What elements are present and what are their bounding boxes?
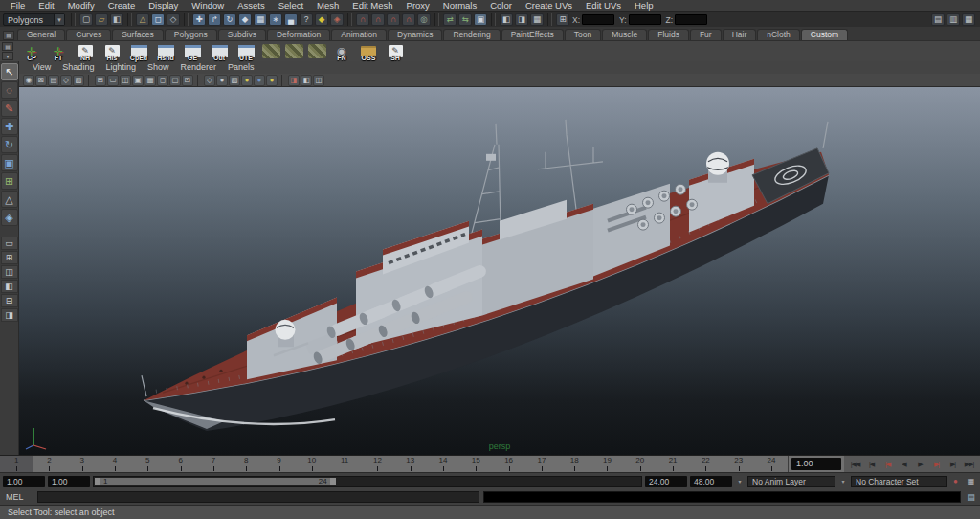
shelf-menu-button[interactable]: ▾ [2,52,13,60]
shelf-tab[interactable]: Subdivs [218,29,266,40]
menu-edit-uvs[interactable]: Edit UVs [579,0,628,11]
shelf-tab-switch-button[interactable]: ▤ [2,42,13,51]
field-chart-icon[interactable]: ▦ [145,75,156,86]
shelf-tab[interactable]: Fluids [648,29,689,40]
time-slider-frame[interactable]: 17 [525,456,558,472]
playback-end-field[interactable]: 24.00 [645,476,687,487]
select-camera-icon[interactable]: ◉ [23,75,34,86]
move-tool-button[interactable]: ✚ [1,118,18,135]
safe-title-icon[interactable]: ▢ [169,75,181,86]
time-slider-frame[interactable]: 9 [262,456,295,472]
new-scene-button[interactable]: ▢ [79,13,93,26]
scale-tool-button[interactable]: ▣ [1,154,18,171]
anim-layer-field[interactable]: No Anim Layer [747,476,835,487]
shelf-button-fn[interactable]: ◉ FN [329,42,354,61]
snap-to-planes-button[interactable]: ∩ [402,13,415,26]
menu-help[interactable]: Help [628,0,660,11]
playback-start-field[interactable]: 1.00 [3,476,45,487]
panel-menu-shading[interactable]: Shading [56,61,100,74]
select-hierarchy-button[interactable]: △ [136,13,149,26]
y-input[interactable] [629,14,661,25]
select-object-button[interactable]: ◻ [151,13,165,26]
time-slider-frame[interactable]: 16 [492,456,524,472]
highlight-selection-button[interactable]: ◈ [330,13,344,26]
smooth-shade-icon[interactable]: ● [216,75,228,86]
time-slider-frame[interactable]: 13 [394,456,427,472]
range-end-handle[interactable] [330,478,336,485]
shelf-button-oss[interactable]: OSS [356,42,381,61]
shelf-tab[interactable]: nCloth [757,29,800,40]
time-slider-frame[interactable]: 22 [689,456,722,472]
command-line-label[interactable]: MEL [3,492,33,502]
animation-preferences-button[interactable]: ▦ [965,476,977,487]
toggle-channel-box-button[interactable]: ▦ [962,13,975,26]
warship-model[interactable] [19,87,980,455]
snap-to-grids-button[interactable]: ∩ [356,13,369,26]
panel-menu-lighting[interactable]: Lighting [100,61,142,74]
shelf-tab[interactable]: Curves [66,29,111,40]
time-slider-frame[interactable]: 12 [361,456,393,472]
shelf-button-nh[interactable]: ✎ NH [73,42,98,61]
help-icon[interactable]: ? [300,13,313,26]
textured-mode-icon[interactable]: ▧ [229,75,240,86]
shelf-button-cp[interactable]: ✛ CP [19,42,44,61]
toggle-attribute-editor-button[interactable]: ▤ [931,13,945,26]
save-scene-button[interactable]: ◧ [110,13,123,26]
selection-mask-dropdown[interactable]: Polygons ▾ [3,13,65,26]
isolate-select-icon[interactable]: ◨ [288,75,300,86]
layout-persp-outliner-button[interactable]: ◧ [1,280,18,293]
menu-select[interactable]: Select [272,0,310,11]
select-component-button[interactable]: ◇ [167,13,180,26]
toggle-tool-settings-button[interactable]: ▥ [947,13,960,26]
time-slider-frame[interactable]: 7 [197,456,230,472]
chevron-down-icon[interactable]: ▾ [54,14,64,25]
make-live-button[interactable]: ◎ [417,13,431,26]
shelf-tab[interactable]: Polygons [165,29,217,40]
shelf-tab[interactable]: Animation [331,29,387,40]
select-dynamics-mask-button[interactable]: ∗ [269,13,282,26]
menu-modify[interactable]: Modify [61,0,101,11]
snap-to-curves-button[interactable]: ∩ [371,13,385,26]
exposure-icon[interactable]: ◫ [313,75,324,86]
wireframe-mode-icon[interactable]: ◇ [204,75,215,86]
image-plane-icon[interactable]: ▧ [73,75,84,86]
play-forwards-button[interactable]: ▶ [912,458,928,471]
shelf-tab[interactable]: Muscle [602,29,647,40]
shelf-button-out[interactable]: Out [207,42,232,61]
universal-manipulator-tool-button[interactable]: ⊞ [1,172,18,190]
select-rendering-mask-button[interactable]: ▄ [284,13,298,26]
menu-create-uvs[interactable]: Create UVs [519,0,579,11]
select-handles-mask-button[interactable]: ↱ [208,13,221,26]
render-current-frame-button[interactable]: ◧ [500,13,513,26]
input-connections-button[interactable]: ⇄ [443,13,457,26]
ipr-render-button[interactable]: ◨ [515,13,528,26]
shelf-button-hshd[interactable]: Hshd [153,42,178,61]
menu-proxy[interactable]: Proxy [400,0,436,11]
play-backwards-button[interactable]: ◀ [896,458,912,471]
render-settings-button[interactable]: ▦ [530,13,544,26]
select-surfaces-mask-button[interactable]: ◆ [238,13,252,26]
shelf-tab[interactable]: Hair [723,29,757,40]
shelf-button-cped[interactable]: CpEd [126,42,151,61]
animation-end-field[interactable]: 48.00 [690,476,732,487]
shelf-button-texture-3[interactable] [306,42,327,61]
shelf-tab[interactable]: Rendering [443,29,500,40]
shelf-button-texture-2[interactable] [283,42,304,61]
time-slider-frame[interactable]: 8 [230,456,262,472]
time-slider-frame[interactable]: 1 [0,456,33,472]
shelf-button-sh[interactable]: ✎ SH [383,42,408,61]
time-slider-frame[interactable]: 11 [328,456,361,472]
menu-edit-mesh[interactable]: Edit Mesh [345,0,399,11]
step-forward-key-button[interactable]: ▶| [928,458,945,471]
menu-mesh[interactable]: Mesh [310,0,345,11]
go-to-end-button[interactable]: ▶▶| [961,458,977,471]
shelf-tab[interactable]: Dynamics [388,29,442,40]
menu-create[interactable]: Create [101,0,143,11]
absolute-relative-toggle[interactable]: ⊞ [556,13,569,26]
range-slider-bar[interactable]: 1 24 [95,478,336,485]
select-curves-mask-button[interactable]: ↻ [223,13,236,26]
shelf-button-his[interactable]: ✎ His [100,42,124,61]
range-slider-track[interactable]: 1 24 [93,476,642,487]
menu-normals[interactable]: Normals [436,0,483,11]
paint-selection-tool-button[interactable]: ✎ [1,100,18,117]
